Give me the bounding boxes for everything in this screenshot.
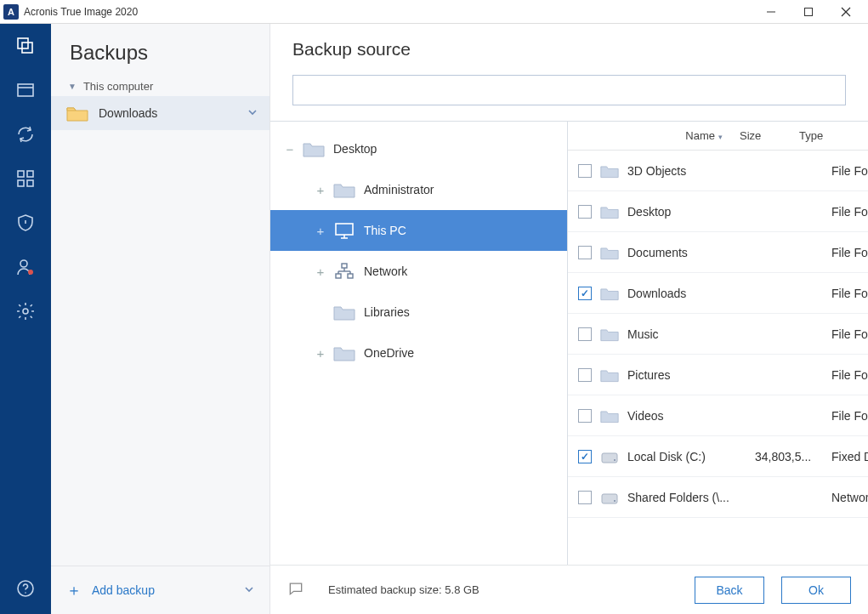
row-type: File Fold (831, 287, 868, 300)
tree-twisty-icon[interactable]: − (282, 142, 298, 156)
svg-rect-22 (348, 274, 353, 278)
row-checkbox[interactable] (578, 246, 592, 259)
row-type: File Fold (831, 368, 868, 382)
row-checkbox[interactable] (578, 409, 592, 423)
list-row[interactable]: DocumentsFile Fold (568, 232, 868, 273)
column-type[interactable]: Type (799, 129, 868, 142)
content-heading: Backup source (270, 24, 868, 68)
app-icon: A (3, 4, 19, 20)
tree-row[interactable]: +OneDrive (270, 333, 567, 373)
row-checkbox[interactable] (578, 205, 592, 219)
search-input[interactable] (292, 75, 846, 105)
add-backup-label: Add backup (92, 583, 155, 597)
app-title: Acronis True Image 2020 (24, 6, 752, 18)
svg-point-14 (23, 309, 28, 314)
add-backup-button[interactable]: ＋ Add backup (51, 566, 269, 614)
nav-backup-icon[interactable] (14, 34, 37, 58)
sidebar-item-downloads[interactable]: Downloads (51, 96, 269, 130)
list-row[interactable]: DesktopFile Fold (568, 191, 868, 232)
folder-icon (600, 325, 619, 344)
folder-icon (600, 284, 619, 303)
tree-twisty-icon[interactable]: + (313, 224, 328, 238)
svg-point-16 (25, 592, 26, 594)
tree-twisty-icon[interactable]: + (313, 346, 328, 361)
folder-icon (333, 180, 355, 199)
row-type: File Fold (831, 327, 868, 341)
row-checkbox[interactable] (578, 164, 592, 178)
sidebar-heading: Backups (51, 24, 269, 77)
list-row[interactable]: Local Disk (C:)34,803,5...Fixed D (568, 436, 868, 477)
tree-row-label: This PC (364, 224, 406, 237)
row-checkbox[interactable] (578, 368, 592, 382)
tree-row-label: Network (364, 264, 407, 278)
row-checkbox[interactable] (578, 491, 592, 504)
column-size[interactable]: Size (740, 129, 799, 142)
tree-row-label: OneDrive (364, 346, 414, 360)
tree-row[interactable]: −Desktop (270, 128, 567, 169)
row-checkbox[interactable] (578, 327, 592, 341)
row-name: Desktop (627, 205, 755, 219)
nav-tools-icon[interactable] (14, 167, 37, 190)
nav-settings-icon[interactable] (14, 299, 37, 323)
tree-row-label: Desktop (333, 142, 377, 156)
row-name: Documents (627, 246, 755, 259)
nav-account-icon[interactable] (14, 255, 37, 279)
svg-rect-5 (22, 43, 32, 53)
row-type: Fixed D (831, 450, 868, 463)
svg-rect-8 (18, 171, 24, 177)
nav-protection-icon[interactable] (14, 211, 37, 235)
row-name: Local Disk (C:) (627, 450, 755, 463)
row-size: 34,803,5... (755, 450, 831, 463)
row-name: Shared Folders (\... (627, 491, 755, 504)
tree-twisty-icon[interactable]: + (313, 183, 328, 197)
svg-point-13 (28, 270, 33, 275)
svg-point-30 (614, 500, 616, 502)
nav-archive-icon[interactable] (14, 78, 37, 102)
list-row[interactable]: 3D ObjectsFile Fold (568, 151, 868, 191)
close-button[interactable] (827, 0, 865, 24)
sidebar-group[interactable]: ▼ This computer (51, 77, 269, 96)
list-row[interactable]: PicturesFile Fold (568, 355, 868, 395)
svg-rect-4 (18, 38, 28, 48)
maximize-button[interactable] (790, 0, 827, 24)
disk-icon (600, 488, 619, 507)
row-checkbox[interactable] (578, 450, 592, 463)
tree-row[interactable]: Libraries (270, 292, 567, 333)
row-checkbox[interactable] (578, 287, 592, 300)
chevron-down-icon (247, 106, 258, 120)
estimate-label: Estimated backup size: 5.8 GB (328, 583, 479, 596)
tree-row[interactable]: +Network (270, 251, 567, 292)
column-name[interactable]: Name▾ (578, 129, 740, 142)
tree-row[interactable]: +This PC (270, 210, 567, 251)
list-row[interactable]: DownloadsFile Fold (568, 273, 868, 314)
monitor-icon (333, 221, 355, 240)
row-name: Downloads (627, 287, 755, 300)
folder-icon (600, 366, 619, 384)
list-row[interactable]: Shared Folders (\...Networ (568, 477, 868, 518)
sort-caret-icon: ▾ (718, 133, 723, 141)
titlebar: A Acronis True Image 2020 (0, 0, 868, 24)
network-icon (333, 262, 355, 281)
chevron-down-icon (244, 583, 254, 597)
row-type: File Fold (831, 164, 868, 178)
nav-rail (0, 24, 51, 614)
nav-help-icon[interactable] (14, 577, 37, 600)
folder-icon (333, 344, 355, 362)
comment-icon[interactable] (287, 580, 304, 600)
back-button[interactable]: Back (695, 577, 764, 604)
row-type: File Fold (831, 205, 868, 219)
tree-row-label: Administrator (364, 183, 434, 196)
svg-rect-27 (602, 453, 617, 463)
sidebar-item-label: Downloads (99, 106, 157, 120)
svg-rect-9 (27, 171, 33, 177)
tree-twisty-icon[interactable]: + (313, 264, 328, 279)
folder-icon (600, 243, 619, 262)
tree-row[interactable]: +Administrator (270, 169, 567, 210)
folder-icon (600, 162, 619, 180)
content: Backup source −Desktop+Administrator+Thi… (270, 24, 868, 614)
nav-sync-icon[interactable] (14, 122, 37, 146)
list-row[interactable]: VideosFile Fold (568, 395, 868, 436)
list-row[interactable]: MusicFile Fold (568, 314, 868, 355)
ok-button[interactable]: Ok (781, 577, 851, 604)
minimize-button[interactable] (752, 0, 790, 24)
